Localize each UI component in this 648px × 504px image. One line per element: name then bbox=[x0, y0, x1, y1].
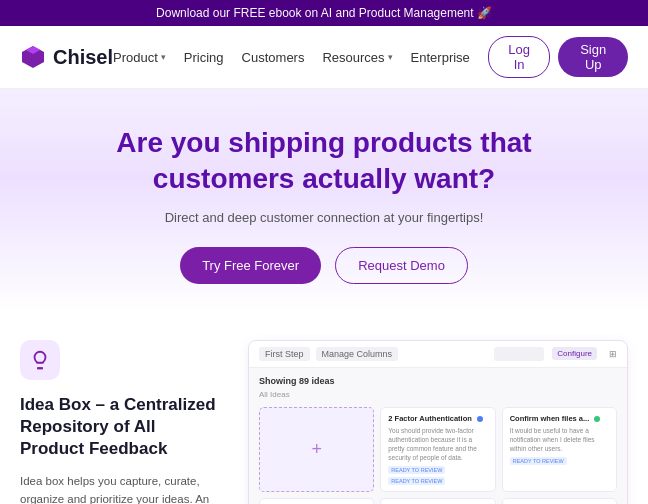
ui-body: Showing 89 ideas All Ideas + 2 Factor Au… bbox=[249, 368, 627, 504]
try-free-button[interactable]: Try Free Forever bbox=[180, 247, 321, 284]
banner-text: Download our FREE ebook on AI and Produc… bbox=[156, 6, 492, 20]
ui-search-bar[interactable] bbox=[494, 347, 544, 361]
feature-title: Idea Box – a Centralized Repository of A… bbox=[20, 394, 220, 460]
feature-left: Idea Box – a Centralized Repository of A… bbox=[20, 340, 220, 504]
ui-cards-row-2: Login Security A user do not have the ab… bbox=[259, 498, 617, 504]
ui-card-confirm: Confirm when files a... It would be usef… bbox=[502, 407, 617, 492]
hero-subtitle: Direct and deep customer connection at y… bbox=[20, 210, 628, 225]
nav-customers[interactable]: Customers bbox=[242, 50, 305, 65]
tag: READY TO REVIEW bbox=[388, 466, 445, 474]
ui-topbar: First Step Manage Columns Configure ⊞ bbox=[249, 341, 627, 368]
chisel-logo-icon bbox=[20, 44, 46, 70]
nav-links: Product ▾ Pricing Customers Resources ▾ … bbox=[113, 50, 470, 65]
top-banner: Download our FREE ebook on AI and Produc… bbox=[0, 0, 648, 26]
ui-cards-row-1: + 2 Factor Authentication You should pro… bbox=[259, 407, 617, 492]
feature-right: First Step Manage Columns Configure ⊞ Sh… bbox=[248, 340, 628, 504]
ui-card-recent-files: Add a recent files se... Currently, it i… bbox=[502, 498, 617, 504]
card-tags: READY TO REVIEW READY TO REVIEW bbox=[388, 466, 487, 485]
status-dot bbox=[477, 416, 483, 422]
chevron-down-icon: ▾ bbox=[388, 52, 393, 62]
hero-section: Are you shipping products that customers… bbox=[0, 89, 648, 312]
chevron-down-icon: ▾ bbox=[161, 52, 166, 62]
tag: READY TO REVIEW bbox=[510, 457, 567, 465]
feature-icon-wrap bbox=[20, 340, 60, 380]
nav-auth: Log In Sign Up bbox=[488, 36, 628, 78]
nav-resources[interactable]: Resources ▾ bbox=[322, 50, 392, 65]
ui-tab-first-step[interactable]: First Step bbox=[259, 347, 310, 361]
status-dot bbox=[594, 416, 600, 422]
ui-tab-manage-columns[interactable]: Manage Columns bbox=[316, 347, 399, 361]
hero-buttons: Try Free Forever Request Demo bbox=[20, 247, 628, 284]
nav-pricing[interactable]: Pricing bbox=[184, 50, 224, 65]
navbar: Chisel Product ▾ Pricing Customers Resou… bbox=[0, 26, 648, 89]
nav-product[interactable]: Product ▾ bbox=[113, 50, 166, 65]
ui-preview: First Step Manage Columns Configure ⊞ Sh… bbox=[248, 340, 628, 504]
ui-card-login-security: Login Security A user do not have the ab… bbox=[259, 498, 374, 504]
ui-card-2fa: 2 Factor Authentication You should provi… bbox=[380, 407, 495, 492]
tag: READY TO REVIEW bbox=[388, 477, 445, 485]
logo-area: Chisel bbox=[20, 44, 113, 70]
feature-description: Idea box helps you capture, curate, orga… bbox=[20, 472, 220, 504]
grid-icon: ⊞ bbox=[609, 349, 617, 359]
hero-title: Are you shipping products that customers… bbox=[44, 125, 604, 198]
logo-text: Chisel bbox=[53, 46, 113, 69]
request-demo-button[interactable]: Request Demo bbox=[335, 247, 468, 284]
ideas-count: Showing 89 ideas bbox=[259, 376, 617, 386]
card-tags: READY TO REVIEW bbox=[510, 457, 609, 465]
feature-section: Idea Box – a Centralized Repository of A… bbox=[0, 312, 648, 504]
all-ideas-label: All Ideas bbox=[259, 390, 617, 399]
add-idea-placeholder[interactable]: + bbox=[259, 407, 374, 492]
login-button[interactable]: Log In bbox=[488, 36, 551, 78]
ui-card-notification: Notification Alert We should be told whe… bbox=[380, 498, 495, 504]
ui-tabs: First Step Manage Columns bbox=[259, 347, 398, 361]
configure-button[interactable]: Configure bbox=[552, 347, 597, 360]
lightbulb-icon bbox=[29, 349, 51, 371]
nav-enterprise[interactable]: Enterprise bbox=[411, 50, 470, 65]
signup-button[interactable]: Sign Up bbox=[558, 37, 628, 77]
